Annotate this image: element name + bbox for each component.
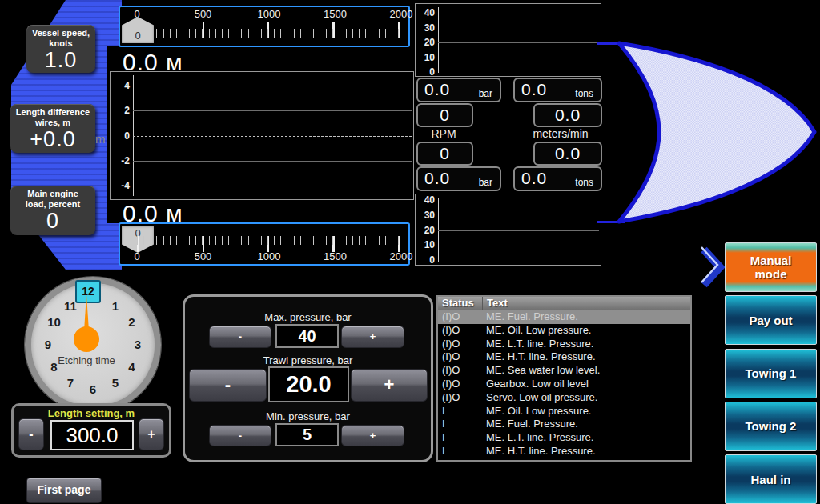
ruler-scale-label: 2000 xyxy=(390,8,413,20)
mode-button-pay-out[interactable]: Pay out xyxy=(725,295,817,345)
wire-difference-chart: 420-2-4 xyxy=(110,71,414,200)
gauge-chart-top: 403020100 xyxy=(415,3,601,77)
min-pressure-minus-button[interactable]: - xyxy=(209,425,271,446)
status-row[interactable]: IME. Oil. Low pressure. xyxy=(438,405,690,418)
clock-number: 3 xyxy=(130,337,146,353)
alarm-status-table: Status Text (I)OME. Fuel. Pressure.(I)OM… xyxy=(436,295,692,462)
y-axis-tick-label: 0 xyxy=(111,130,130,142)
minor-ticks xyxy=(137,29,401,38)
pressure-control-panel: Max. pressure, bar - 40 + Trawl pressure… xyxy=(183,294,433,462)
readout-value: 0 xyxy=(418,106,472,125)
readout-value: 0.0 xyxy=(535,106,601,125)
status-cell: I xyxy=(438,445,482,458)
ruler-scale: 0500100015002000 xyxy=(137,8,401,21)
text-cell: ME. L.T. line. Pressure. xyxy=(482,338,690,351)
status-row[interactable]: (I)OGearbox. Low oil level xyxy=(438,378,690,391)
y-axis-tick-label: -4 xyxy=(111,180,130,191)
status-cell: I xyxy=(438,418,482,431)
clock-number: 1 xyxy=(107,298,123,314)
length-minus-button[interactable]: - xyxy=(18,418,44,450)
clock-number: 5 xyxy=(107,375,123,391)
text-cell: ME. Sea water low level. xyxy=(482,364,690,378)
trawl-pressure-value: 20.0 xyxy=(268,366,349,402)
readout-value: 0 xyxy=(418,144,472,163)
length-difference-title: Length difference wires, m xyxy=(10,107,95,128)
minor-ticks xyxy=(137,236,401,245)
length-difference-panel: Length difference wires, m +0.0 xyxy=(10,104,95,153)
mode-button-towing-2[interactable]: Towing 2 xyxy=(725,402,817,451)
status-row[interactable]: IME. H.T. line. Pressure. xyxy=(438,445,690,458)
vessel-speed-title: Vessel speed, knots xyxy=(26,28,95,49)
ruler-scale-label: 500 xyxy=(195,250,212,262)
trawl-net-shape xyxy=(613,32,820,232)
status-cell: (I)O xyxy=(438,350,482,364)
length-plus-button[interactable]: + xyxy=(139,418,164,450)
max-pressure-plus-button[interactable]: + xyxy=(341,326,404,348)
rpm-readout-top: 0 xyxy=(416,103,473,127)
y-axis-tick-label: 30 xyxy=(416,210,435,221)
first-page-button[interactable]: First page xyxy=(26,478,102,503)
engine-load-title: Main engine load, percent xyxy=(10,189,95,210)
vessel-speed-value: 1.0 xyxy=(26,49,95,71)
wire-graph-unit-label: m xyxy=(95,132,106,146)
pressure-readout-bottom: 0.0 bar xyxy=(416,166,501,191)
status-cell: (I)O xyxy=(438,310,482,324)
text-cell: ME. Oil. Low pressure. xyxy=(482,324,690,338)
ruler-scale: 0500100015002000 xyxy=(137,250,401,263)
text-column-header: Text xyxy=(482,297,690,310)
text-cell: ME. H.T. line. Pressure. xyxy=(482,350,690,364)
clock-number: 2 xyxy=(123,314,139,330)
status-row[interactable]: (I)OME. Fuel. Pressure. xyxy=(438,310,690,324)
wire-length-ruler-bottom[interactable]: 0 0500100015002000 xyxy=(119,222,410,266)
max-pressure-minus-button[interactable]: - xyxy=(209,326,271,348)
max-pressure-value: 40 xyxy=(275,324,339,348)
speed-readout-bottom: 0.0 xyxy=(533,142,602,166)
status-row[interactable]: (I)OME. Oil. Low pressure. xyxy=(438,324,690,338)
y-axis-tick-label: 2 xyxy=(111,105,130,116)
status-row[interactable]: IME. L.T. line. Pressure. xyxy=(438,431,690,445)
y-axis-tick-label: 4 xyxy=(111,80,130,91)
status-row[interactable]: (I)OME. Sea water low level. xyxy=(438,364,690,378)
gridline xyxy=(133,136,412,137)
trawl-net-path xyxy=(619,43,814,222)
clock-number: 9 xyxy=(40,337,56,353)
wire-length-ruler-top[interactable]: 0500100015002000 0 xyxy=(119,6,410,47)
mode-button-haul-in[interactable]: Haul in xyxy=(725,454,817,504)
mode-buttons: Manual modePay outTowing 1Towing 2Haul i… xyxy=(725,242,817,504)
status-row[interactable]: IME. Fuel. Pressure. xyxy=(438,418,690,431)
readout-unit: bar xyxy=(479,88,492,99)
gridline xyxy=(438,42,599,43)
trawl-pressure-plus-button[interactable]: + xyxy=(351,369,428,402)
ruler-scale-label: 500 xyxy=(195,8,212,20)
readout-unit: bar xyxy=(479,177,492,188)
length-difference-value: +0.0 xyxy=(10,128,95,150)
gridline xyxy=(438,230,599,231)
status-row[interactable]: (I)OME. H.T. line. Pressure. xyxy=(438,350,690,364)
ruler-ticks xyxy=(137,236,401,252)
text-cell: ME. H.T. line. Pressure. xyxy=(482,445,690,458)
thumb-value: 0 xyxy=(122,30,154,42)
trawl-pressure-minus-button[interactable]: - xyxy=(189,369,267,402)
mode-button-towing-1[interactable]: Towing 1 xyxy=(725,349,817,398)
status-row[interactable]: (I)OME. L.T. line. Pressure. xyxy=(438,338,690,351)
readout-value: 0.0 xyxy=(424,80,450,99)
y-axis-tick-label: 0 xyxy=(416,254,435,266)
rpm-label: RPM xyxy=(416,127,471,140)
mode-button-manual-mode[interactable]: Manual mode xyxy=(725,242,817,292)
engine-load-panel: Main engine load, percent 0 xyxy=(10,186,95,235)
status-row[interactable]: (I)OServo. Low oil pressure. xyxy=(438,391,690,405)
min-pressure-plus-button[interactable]: + xyxy=(341,425,404,446)
clock-number: 10 xyxy=(46,314,62,330)
status-cell: (I)O xyxy=(438,378,482,391)
min-pressure-label: Min. pressure, bar xyxy=(185,410,431,422)
speed-label: meters/min xyxy=(521,127,601,140)
readout-unit: tons xyxy=(575,177,593,188)
clock-hub xyxy=(74,326,99,352)
min-pressure-value: 5 xyxy=(275,423,339,446)
length-setting-value: 300.0 xyxy=(50,420,134,450)
vessel-speed-panel: Vessel speed, knots 1.0 xyxy=(26,25,95,73)
length-setting-panel: Length setting, m - 300.0 + xyxy=(11,403,171,458)
length-setting-label: Length setting, m xyxy=(14,407,169,419)
status-table-header: Status Text xyxy=(438,297,690,310)
y-axis-tick-label: 40 xyxy=(416,194,435,206)
